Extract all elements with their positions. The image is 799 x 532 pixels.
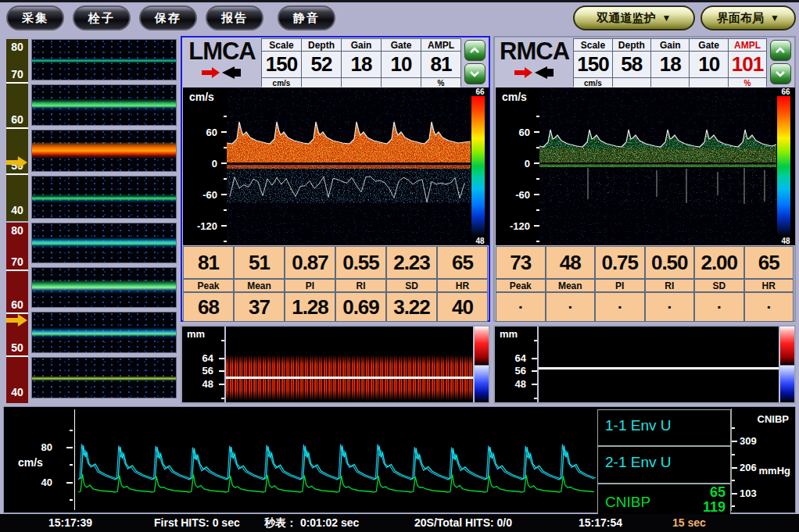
pi-value-2: 1.28 [285,293,335,321]
sd-value: 2.23 [387,247,436,278]
gate-depth-line[interactable] [226,377,473,379]
lmca-parameter-table: Scale Depth Gain Gate AMPL 150 52 18 10 … [261,38,461,87]
param-unit: cm/s [574,78,611,87]
axis-tick: 56 [182,365,213,377]
legend-cnibp: CNIBP 65 119 [597,484,731,515]
axis-tick: 40 [32,477,52,488]
tick-mark [224,209,227,211]
tick-mark [536,241,539,242]
gate-value: 10 [382,52,421,77]
depth-scale-right-channel: 80 70 60 50 40 [6,223,28,403]
scale-divider [6,355,28,357]
scale-divider [6,127,28,129]
right-axis-title: CNIBP [758,413,789,425]
rmca-spectrogram [539,87,776,245]
rmca-depth-up-button[interactable] [770,40,791,61]
tick-mark [66,482,73,484]
mean-value: 51 [235,247,284,278]
tick-mark [532,358,537,359]
monitor-mode-dropdown[interactable]: 双通道监护 ▼ [573,5,695,30]
save-button[interactable]: 保存 [139,5,197,30]
param-unit: % [729,78,766,87]
depth-scale-left-channel: 80 70 60 50 40 [6,39,28,221]
axis-unit-label: cm/s [189,91,214,103]
tick-mark [732,493,737,495]
param-header: Depth [613,39,650,51]
depth-label: 50 [6,341,28,354]
mmode-colorbar [780,327,794,402]
param-unit: % [421,78,460,87]
param-header-alert: AMPL [729,39,766,51]
depth-label: 60 [6,113,28,126]
gate-depth-line[interactable] [539,367,779,370]
trend-right-axis [731,409,732,511]
layout-label: 界面布局 [717,11,764,26]
report-button[interactable]: 报告 [206,5,263,30]
legend-label-ch1: 1-1 Env U [598,410,730,434]
embolus-button[interactable]: 栓子 [73,5,131,30]
colorbar-gradient [471,96,485,237]
rmca-measurement-table: 73 48 0.75 0.50 2.00 65 Peak Mean PI RI … [496,246,794,322]
lmca-depth-up-button[interactable] [464,40,485,61]
colorbar-max: 66 [776,87,795,96]
param-header: Gate [382,39,421,51]
axis-tick: -120 [183,220,217,232]
scale-divider [6,312,28,314]
right-axis-tick: 206 [740,462,757,473]
chevron-up-icon [469,47,480,54]
tick-mark [536,209,539,211]
rmca-depth-down-button[interactable] [770,63,791,84]
tick-mark [732,467,737,469]
depth-label: 70 [6,255,28,268]
multigate-strip [31,130,177,172]
rmca-title: RMCA [500,38,569,65]
mmode-colorbar [475,327,489,402]
empty-value: ▪ [745,293,794,321]
col-label: RI [646,280,694,291]
lmca-channel-panel[interactable]: LMCA Scale Depth Gain Gate AMPL 150 52 1… [181,36,490,322]
probe-direction-icon [513,65,557,80]
tick-mark [219,358,224,359]
axis-tick: 56 [495,365,526,377]
tick-mark [219,384,224,385]
right-depth-marker-arrow[interactable] [6,314,27,327]
lmca-colorbar: 66 48 [471,87,489,245]
chevron-up-icon [775,47,786,54]
tick-mark [66,447,73,448]
param-header: Scale [262,39,301,51]
depth-label: 80 [6,224,28,237]
scale-divider [6,270,28,271]
lmca-depth-down-button[interactable] [464,63,485,84]
trend-end-time: 15:17:54 [579,516,622,529]
empty-value: ▪ [496,293,545,321]
mute-button[interactable]: 静音 [278,5,335,30]
ampl-value: 81 [421,52,460,77]
col-label: PI [596,280,644,291]
param-header: Gain [651,39,689,51]
axis-tick: 80 [32,441,52,453]
cnibp-diastolic: 65 [703,485,726,500]
mean-value: 48 [546,247,595,278]
param-unit [382,78,421,87]
legend-label-cnibp: CNIBP [598,494,650,514]
tick-mark [534,131,539,133]
layout-dropdown[interactable]: 界面布局 ▼ [700,5,796,30]
rmca-colorbar: 66 48 [776,87,795,245]
empty-value: ▪ [596,293,644,321]
scale-divider [6,173,28,175]
col-label: HR [438,280,487,291]
pi-value: 0.75 [596,247,644,278]
lmca-spectrogram [227,87,471,245]
trend-panel: cm/s 80 40 1-1 Env U 2-1 Env U CNIBP 65 … [3,406,796,513]
tick-mark [534,225,539,227]
axis-unit-label: mm [187,328,205,340]
lmca-title: LMCA [188,38,256,65]
scale-value: 150 [262,52,301,77]
axis-tick: 0 [183,158,217,170]
param-header: Gain [342,39,381,51]
empty-value: ▪ [695,293,743,321]
acquire-button[interactable]: 采集 [6,5,64,30]
axis-unit-label: cm/s [502,91,527,103]
legend-label-ch2: 2-1 Env U [598,447,730,471]
rmca-channel-panel[interactable]: RMCA Scale Depth Gain Gate AMPL 150 58 1… [493,36,796,322]
